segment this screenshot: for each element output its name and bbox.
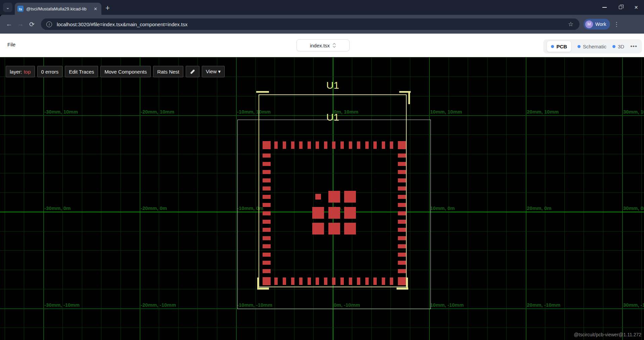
restore-button[interactable]: [612, 0, 628, 15]
grid-coordinate-label: -20mm, 0m: [141, 205, 167, 211]
reference-designator: U1: [326, 80, 339, 91]
pcb-dot-icon: [551, 45, 554, 48]
url-bar[interactable]: i localhost:3020/#file=index.tsx&main_co…: [41, 18, 580, 30]
avatar: M: [585, 20, 593, 28]
grid-coordinate-label: 20mm, -10mm: [527, 302, 560, 308]
schematic-dot-icon: [578, 45, 581, 48]
rats-nest-button[interactable]: Rats Nest: [153, 66, 183, 77]
grid-coordinate-label: 10mm, 0m: [430, 205, 455, 211]
reference-designator: U1: [326, 112, 339, 123]
grid-line-vertical: [584, 57, 584, 340]
grid-coordinate-label: 30mm, 10mm: [623, 109, 644, 115]
new-tab-button[interactable]: +: [105, 4, 110, 12]
tab-favicon-icon: ts: [17, 6, 24, 12]
browser-toolbar: ← → ⟳ i localhost:3020/#file=index.tsx&m…: [0, 15, 644, 34]
grid-coordinate-label: 30mm, -10mm: [623, 302, 644, 308]
grid-coordinate-label: -30mm, -10mm: [44, 302, 80, 308]
grid-line-vertical: [506, 57, 507, 340]
tab-schematic[interactable]: Schematic: [578, 44, 606, 49]
move-components-button[interactable]: Move Components: [100, 66, 151, 77]
pcb-canvas[interactable]: layer:top0 errorsEdit TracesMove Compone…: [0, 57, 644, 340]
grid-line-vertical: [526, 57, 526, 340]
grid-coordinate-label: -20mm, -10mm: [141, 302, 176, 308]
bookmark-star-icon[interactable]: ☆: [568, 20, 573, 28]
grid-coordinate-label: 20mm, 0m: [527, 205, 551, 211]
pencil-icon: [190, 69, 195, 74]
grid-line-vertical: [622, 57, 623, 340]
grid-line-vertical: [5, 57, 5, 340]
grid-line-vertical: [487, 57, 488, 340]
grid-coordinate-label: -20mm, 10mm: [141, 109, 174, 115]
grid-line-vertical: [24, 57, 24, 340]
grid-line-vertical: [101, 57, 101, 340]
file-selector[interactable]: index.tsx: [296, 39, 350, 51]
edit-traces-button[interactable]: Edit Traces: [65, 66, 98, 77]
browser-menu-button[interactable]: ⋮: [613, 21, 619, 28]
grid-line-horizontal: [0, 57, 644, 58]
tab-pcb-label: PCB: [556, 44, 567, 49]
tab-search-button[interactable]: ⌄: [3, 3, 12, 12]
tab-close-icon[interactable]: ✕: [92, 6, 99, 12]
grid-line-vertical: [545, 57, 545, 340]
layer-prefix: layer:: [10, 69, 22, 75]
edit-button[interactable]: [186, 66, 199, 77]
errors-button[interactable]: 0 errors: [37, 66, 63, 77]
grid-line-vertical: [641, 57, 642, 340]
browser-tab[interactable]: ts @tsci/MustafaMulla29.kicad-lib ✕: [15, 3, 101, 15]
viewer-version: @tscircuit/pcb-viewer@1.11.272: [574, 332, 641, 337]
grid-coordinate-label: 10mm, 10mm: [430, 109, 462, 115]
grid-coordinate-label: 20mm, 10mm: [527, 109, 559, 115]
profile-name: Work: [595, 22, 606, 27]
more-views-button[interactable]: •••: [630, 43, 639, 50]
url-text[interactable]: localhost:3020/#file=index.tsx&main_comp…: [57, 22, 568, 27]
silkscreen-corner-mark: [257, 288, 269, 290]
restore-icon: [619, 6, 622, 9]
browser-window: ⌄ ts @tsci/MustafaMulla29.kicad-lib ✕ + …: [0, 0, 644, 340]
3d-dot-icon: [612, 45, 615, 48]
grid-line-vertical: [236, 57, 237, 340]
grid-line-vertical: [159, 57, 159, 340]
grid-coordinate-label: 30mm, 0m: [623, 205, 644, 211]
forward-button[interactable]: →: [15, 18, 26, 30]
tab-3d-label: 3D: [618, 44, 624, 49]
grid-coordinate-label: -30mm, 10mm: [44, 109, 78, 115]
tab-strip: ⌄ ts @tsci/MustafaMulla29.kicad-lib ✕ + …: [0, 0, 644, 15]
silkscreen-corner-mark: [397, 288, 408, 290]
close-icon: ✕: [634, 5, 638, 10]
grid-line-vertical: [449, 57, 449, 340]
app-header: File index.tsx PCB Schematic 3D •••: [0, 34, 644, 57]
minimize-button[interactable]: [597, 0, 612, 15]
reload-button[interactable]: ⟳: [26, 18, 38, 30]
grid-line-vertical: [82, 57, 82, 340]
chevron-down-icon: ⌄: [6, 5, 10, 10]
grid-coordinate-label: -30mm, 0m: [44, 205, 71, 211]
silkscreen-corner-mark: [408, 93, 410, 104]
view-menu-button[interactable]: View ▾: [202, 66, 225, 77]
grid-line-vertical: [62, 57, 63, 340]
tab-pcb[interactable]: PCB: [547, 41, 571, 52]
grid-line-vertical: [43, 57, 44, 340]
grid-line-vertical: [121, 57, 121, 340]
tab-schematic-label: Schematic: [583, 44, 606, 49]
layer-button[interactable]: layer:top: [6, 66, 35, 77]
updown-chevron-icon: [332, 42, 336, 48]
profile-button[interactable]: M Work: [584, 19, 610, 30]
layer-value: top: [24, 69, 31, 75]
tab-title: @tsci/MustafaMulla29.kicad-lib: [26, 6, 92, 11]
grid-line-vertical: [603, 57, 603, 340]
reload-icon: ⟳: [29, 20, 35, 28]
grid-coordinate-label: 10mm, -10mm: [430, 302, 464, 308]
tab-3d[interactable]: 3D: [612, 44, 624, 49]
file-menu[interactable]: File: [7, 42, 15, 47]
grid-line-horizontal: [0, 328, 644, 328]
close-button[interactable]: ✕: [628, 0, 644, 15]
back-button[interactable]: ←: [3, 18, 15, 30]
silkscreen-corner-mark: [256, 91, 269, 93]
window-controls: ✕: [597, 0, 644, 15]
minimize-icon: [602, 7, 607, 8]
pcb-toolbar: layer:top0 errorsEdit TracesMove Compone…: [6, 66, 225, 77]
back-arrow-icon: ←: [6, 20, 12, 28]
forward-arrow-icon: →: [17, 20, 24, 28]
grid-line-vertical: [178, 57, 179, 340]
site-info-icon[interactable]: i: [46, 22, 52, 27]
